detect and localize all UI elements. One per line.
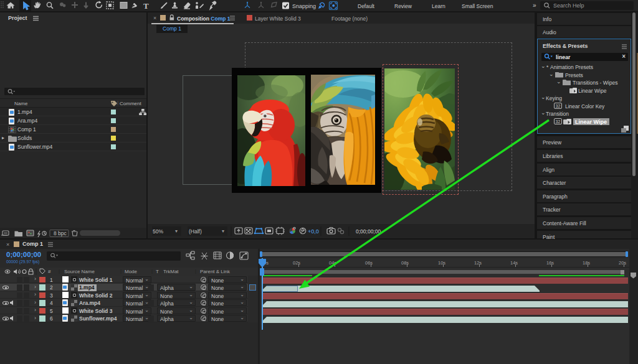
svg-text:T: T [143, 1, 149, 11]
svg-text:Snapping: Snapping [292, 3, 316, 9]
svg-text:+0,0: +0,0 [308, 228, 319, 235]
svg-text:8 bpc: 8 bpc [54, 230, 67, 236]
